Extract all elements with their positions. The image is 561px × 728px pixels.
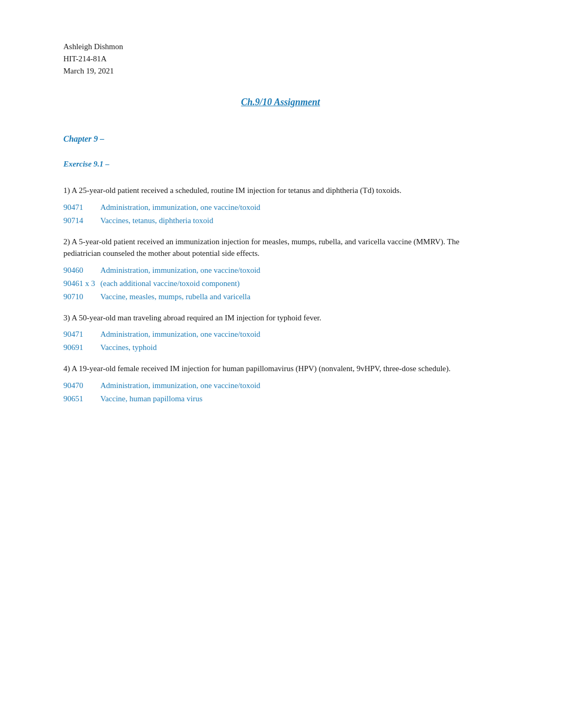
code-line-q2-0: 90460Administration, immunization, one v…: [63, 266, 498, 275]
code-line-q1-1: 90714Vaccines, tetanus, diphtheria toxoi…: [63, 216, 498, 225]
code-description-q2-1: (each additional vaccine/toxoid componen…: [100, 279, 240, 288]
code-number-q2-1: 90461 x 3: [63, 279, 100, 288]
code-number-q3-0: 90471: [63, 330, 100, 339]
date: March 19, 2021: [63, 67, 498, 76]
question-block-q2: 2) A 5-year-old patient received an immu…: [63, 236, 498, 301]
questions-container: 1) A 25-year-old patient received a sche…: [63, 185, 498, 403]
question-block-q4: 4) A 19-year-old female received IM inje…: [63, 363, 498, 403]
question-text-q3: 3) A 50-year-old man traveling abroad re…: [63, 312, 498, 324]
chapter-heading: Chapter 9 –: [63, 134, 498, 144]
code-description-q2-2: Vaccine, measles, mumps, rubella and var…: [100, 292, 250, 301]
code-description-q1-1: Vaccines, tetanus, diphtheria toxoid: [100, 216, 213, 225]
code-number-q4-0: 90470: [63, 381, 100, 390]
code-description-q4-1: Vaccine, human papilloma virus: [100, 394, 202, 403]
code-number-q2-0: 90460: [63, 266, 100, 275]
question-block-q3: 3) A 50-year-old man traveling abroad re…: [63, 312, 498, 353]
code-number-q2-2: 90710: [63, 292, 100, 301]
code-line-q1-0: 90471Administration, immunization, one v…: [63, 203, 498, 212]
page: Ashleigh Dishmon HIT-214-81A March 19, 2…: [0, 0, 561, 728]
question-block-q1: 1) A 25-year-old patient received a sche…: [63, 185, 498, 225]
code-description-q2-0: Administration, immunization, one vaccin…: [100, 266, 260, 275]
code-description-q3-0: Administration, immunization, one vaccin…: [100, 330, 260, 339]
question-text-q2: 2) A 5-year-old patient received an immu…: [63, 236, 498, 260]
code-line-q4-1: 90651Vaccine, human papilloma virus: [63, 394, 498, 403]
author-name: Ashleigh Dishmon: [63, 42, 498, 51]
course-code: HIT-214-81A: [63, 54, 498, 63]
exercise-heading: Exercise 9.1 –: [63, 160, 498, 169]
code-number-q3-1: 90691: [63, 343, 100, 352]
code-line-q2-1: 90461 x 3(each additional vaccine/toxoid…: [63, 279, 498, 288]
question-text-q4: 4) A 19-year-old female received IM inje…: [63, 363, 498, 375]
page-title: Ch.9/10 Assignment: [241, 97, 320, 107]
code-line-q3-1: 90691Vaccines, typhoid: [63, 343, 498, 352]
header-info: Ashleigh Dishmon HIT-214-81A March 19, 2…: [63, 42, 498, 76]
code-description-q3-1: Vaccines, typhoid: [100, 343, 157, 352]
question-text-q1: 1) A 25-year-old patient received a sche…: [63, 185, 498, 197]
code-description-q4-0: Administration, immunization, one vaccin…: [100, 381, 260, 390]
code-line-q3-0: 90471Administration, immunization, one v…: [63, 330, 498, 339]
code-number-q1-0: 90471: [63, 203, 100, 212]
code-line-q2-2: 90710Vaccine, measles, mumps, rubella an…: [63, 292, 498, 301]
code-number-q4-1: 90651: [63, 394, 100, 403]
code-description-q1-0: Administration, immunization, one vaccin…: [100, 203, 260, 212]
title-section: Ch.9/10 Assignment: [63, 97, 498, 108]
code-number-q1-1: 90714: [63, 216, 100, 225]
code-line-q4-0: 90470Administration, immunization, one v…: [63, 381, 498, 390]
